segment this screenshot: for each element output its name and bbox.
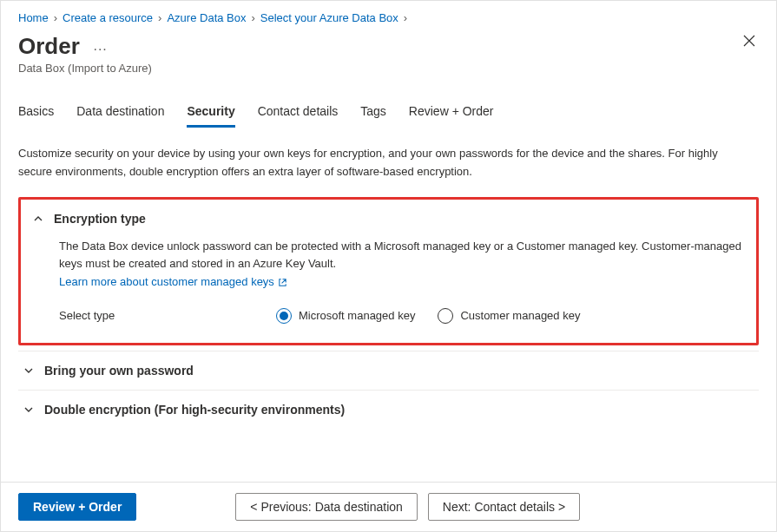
radio-microsoft-managed[interactable]: Microsoft managed key <box>276 307 415 325</box>
previous-button[interactable]: < Previous: Data destination <box>235 493 418 521</box>
radio-customer-label: Customer managed key <box>460 307 580 325</box>
radio-customer-managed[interactable]: Customer managed key <box>438 307 580 325</box>
tab-basics[interactable]: Basics <box>18 99 54 128</box>
section-bring-password: Bring your own password <box>18 351 759 390</box>
learn-more-link[interactable]: Learn more about customer managed keys <box>59 273 287 292</box>
chevron-right-icon: › <box>404 11 407 24</box>
tab-bar: Basics Data destination Security Contact… <box>18 99 759 128</box>
section-double-toggle[interactable]: Double encryption (For high-security env… <box>23 403 754 417</box>
breadcrumb-item-create[interactable]: Create a resource <box>63 11 153 24</box>
tab-data-destination[interactable]: Data destination <box>76 99 164 128</box>
section-encryption-toggle[interactable]: Encryption type <box>33 212 744 226</box>
radio-unchecked-icon <box>438 308 453 324</box>
chevron-right-icon: › <box>158 11 161 24</box>
tab-tags[interactable]: Tags <box>360 99 386 128</box>
section-encryption-title: Encryption type <box>54 212 146 226</box>
encryption-radio-group: Microsoft managed key Customer managed k… <box>276 307 580 325</box>
tab-security[interactable]: Security <box>187 99 234 128</box>
chevron-down-icon <box>23 404 34 415</box>
learn-more-label: Learn more about customer managed keys <box>59 273 274 292</box>
more-menu-icon[interactable]: ··· <box>93 42 107 57</box>
section-double-encryption: Double encryption (For high-security env… <box>18 390 759 429</box>
next-button[interactable]: Next: Contact details > <box>428 493 580 521</box>
chevron-up-icon <box>33 213 43 224</box>
radio-checked-icon <box>276 308 292 324</box>
breadcrumb-item-databox[interactable]: Azure Data Box <box>167 11 246 24</box>
select-type-label: Select type <box>59 307 276 325</box>
section-double-title: Double encryption (For high-security env… <box>44 403 345 417</box>
review-order-button[interactable]: Review + Order <box>18 493 136 521</box>
tab-contact-details[interactable]: Contact details <box>258 99 339 128</box>
section-password-toggle[interactable]: Bring your own password <box>23 364 754 378</box>
breadcrumb-item-select[interactable]: Select your Azure Data Box <box>260 11 398 24</box>
section-password-title: Bring your own password <box>44 364 194 378</box>
page-title: Order <box>18 33 80 60</box>
section-encryption-type: Encryption type The Data Box device unlo… <box>18 197 759 345</box>
tab-review-order[interactable]: Review + Order <box>409 99 494 128</box>
page-description: Customize security on your device by usi… <box>18 145 730 181</box>
breadcrumb: Home › Create a resource › Azure Data Bo… <box>18 11 759 24</box>
close-button[interactable] <box>740 31 759 53</box>
radio-microsoft-label: Microsoft managed key <box>299 307 415 325</box>
breadcrumb-item-home[interactable]: Home <box>18 11 49 24</box>
chevron-down-icon <box>23 365 34 376</box>
wizard-footer: Review + Order < Previous: Data destinat… <box>1 482 776 531</box>
encryption-description: The Data Box device unlock password can … <box>59 238 744 274</box>
chevron-right-icon: › <box>54 11 57 24</box>
page-subtitle: Data Box (Import to Azure) <box>18 62 152 75</box>
external-link-icon <box>278 278 287 287</box>
chevron-right-icon: › <box>251 11 254 24</box>
close-icon <box>743 35 755 47</box>
